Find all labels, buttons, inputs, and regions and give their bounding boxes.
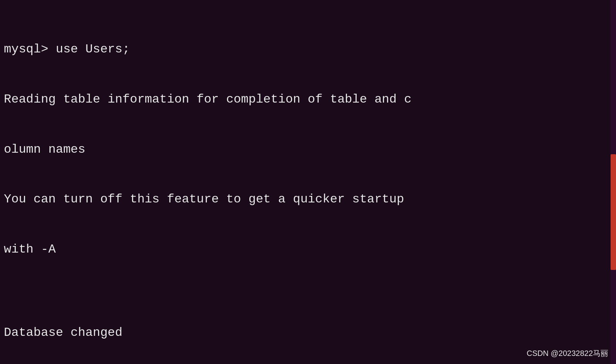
line-5: with -A (4, 241, 612, 258)
line-4: You can turn off this feature to get a q… (4, 191, 612, 207)
line-1: mysql> use Users; (4, 41, 612, 57)
terminal-output: mysql> use Users; Reading table informat… (4, 8, 612, 364)
scrollbar-thumb[interactable] (611, 154, 616, 270)
line-7: Database changed (4, 324, 612, 341)
line-2: Reading table information for completion… (4, 91, 612, 108)
line-3: olumn names (4, 141, 612, 158)
terminal-window: mysql> use Users; Reading table informat… (0, 0, 616, 364)
scrollbar[interactable] (611, 0, 616, 364)
watermark: CSDN @20232822马丽 (526, 348, 608, 359)
